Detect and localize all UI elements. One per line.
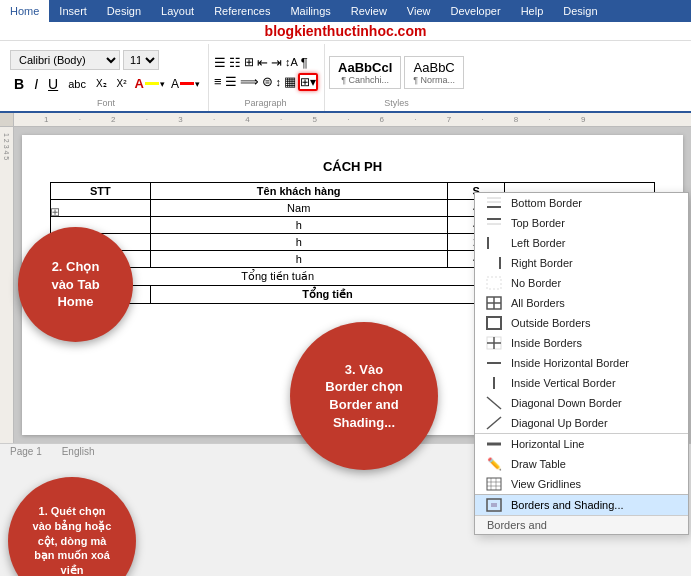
table-cell: h [150,217,447,234]
dropdown-item-outside-borders[interactable]: Outside Borders [475,313,688,333]
doc-outer: 1 2 3 4 5 ⊞ CÁCH PH STT Tên khách hàng S [0,127,691,443]
multilevel-list-button[interactable]: ⊞ [243,54,255,71]
dropdown-item-horizontal-line[interactable]: Horizontal Line [475,433,688,454]
inside-borders-icon [485,336,503,350]
dropdown-label: Inside Horizontal Border [511,357,629,369]
sort-button[interactable]: ↕A [284,54,299,71]
font-group-label: Font [97,98,115,109]
table-cell [51,200,151,217]
shading-button[interactable]: ▦ [283,73,297,90]
tab-home[interactable]: Home [0,0,49,22]
svg-rect-3 [487,218,501,220]
dropdown-item-left-border[interactable]: Left Border [475,233,688,253]
table-cell: Nam [150,200,447,217]
callout-3-text: 3. Vào Border chọn Border and Shading... [317,353,410,439]
dropdown-item-draw-table[interactable]: ✏️ Draw Table [475,454,688,474]
font-highlight-bar [145,82,159,85]
inside-horizontal-icon [485,356,503,370]
strikethrough-button[interactable]: abc [64,75,90,93]
inside-vertical-icon [485,376,503,390]
dropdown-item-view-gridlines[interactable]: View Gridlines [475,474,688,494]
website-banner: blogkienthuctinhoc.com [0,22,691,41]
highlight-color-btn[interactable]: A ▾ [169,75,202,93]
table-cell: h [150,234,447,251]
dropdown-item-no-border[interactable]: No Border [475,273,688,293]
tab-design2[interactable]: Design [553,0,607,22]
table-cell: Tổng tiền [150,286,505,304]
tab-help[interactable]: Help [511,0,554,22]
dropdown-item-top-border[interactable]: Top Border [475,213,688,233]
dropdown-label: All Borders [511,297,565,309]
svg-rect-26 [491,503,497,507]
bold-button[interactable]: B [10,73,28,95]
table-title: CÁCH PH [50,159,655,174]
dropdown-item-inside-horizontal[interactable]: Inside Horizontal Border [475,353,688,373]
horizontal-ruler: 1 · 2 · 3 · 4 · 5 · 6 · 7 · 8 · 9 [0,113,691,127]
font-color-dropdown-arrow[interactable]: ▾ [160,79,165,89]
decrease-indent-button[interactable]: ⇤ [256,54,269,71]
show-hide-button[interactable]: ¶ [300,54,309,71]
vertical-ruler: 1 2 3 4 5 [0,127,14,443]
dropdown-item-inside-vertical[interactable]: Inside Vertical Border [475,373,688,393]
all-borders-icon [485,296,503,310]
top-border-icon [485,216,503,230]
tab-design[interactable]: Design [97,0,151,22]
tab-references[interactable]: References [204,0,280,22]
svg-rect-20 [487,478,501,490]
dropdown-item-inside-borders[interactable]: Inside Borders [475,333,688,353]
dropdown-label: Bottom Border [511,197,582,209]
app-window: Home Insert Design Layout References Mai… [0,0,691,576]
styles-group-label: Styles [384,98,409,109]
dropdown-label: View Gridlines [511,478,581,490]
right-border-icon [485,256,503,270]
tab-insert[interactable]: Insert [49,0,97,22]
italic-button[interactable]: I [30,73,42,95]
dropdown-item-bottom-border[interactable]: Bottom Border [475,193,688,213]
dropdown-label: Draw Table [511,458,566,470]
numbering-button[interactable]: ☷ [228,54,242,71]
align-left-button[interactable]: ≡ [213,73,223,90]
superscript-button[interactable]: X² [113,75,131,92]
border-button[interactable]: ⊞▾ [298,73,318,91]
dropdown-item-borders-shading[interactable]: Borders and Shading... [475,494,688,515]
svg-line-17 [487,397,501,409]
style-normal[interactable]: AaBbC ¶ Norma... [404,56,464,89]
font-color-icon: A [135,76,144,91]
underline-button[interactable]: U [44,73,62,95]
dropdown-item-diagonal-up[interactable]: Diagonal Up Border [475,413,688,433]
font-color-btn[interactable]: A ▾ [133,74,167,93]
bullets-button[interactable]: ☰ [213,54,227,71]
diagonal-up-icon [485,416,503,430]
justify-button[interactable]: ⊜ [261,73,274,90]
left-border-icon [485,236,503,250]
dropdown-label: Inside Vertical Border [511,377,616,389]
dropdown-item-diagonal-down[interactable]: Diagonal Down Border [475,393,688,413]
align-right-button[interactable]: ⟹ [239,73,260,90]
dropdown-label: Inside Borders [511,337,582,349]
paragraph-group-body: ☰ ☷ ⊞ ⇤ ⇥ ↕A ¶ ≡ ☰ ⟹ ⊜ ↕ ▦ [213,46,318,98]
font-size-select[interactable]: 11 [123,50,159,70]
tab-layout[interactable]: Layout [151,0,204,22]
increase-indent-button[interactable]: ⇥ [270,54,283,71]
tab-view[interactable]: View [397,0,441,22]
ribbon-body: Calibri (Body) 11 B I U abc X₂ X² [0,41,691,113]
outside-borders-icon [485,316,503,330]
font-family-select[interactable]: Calibri (Body) [10,50,120,70]
dropdown-item-all-borders[interactable]: All Borders [475,293,688,313]
ribbon-tabs: Home Insert Design Layout References Mai… [0,0,691,22]
tab-developer[interactable]: Developer [441,0,511,22]
line-spacing-button[interactable]: ↕ [275,75,283,89]
subscript-button[interactable]: X₂ [92,75,111,92]
style-canhchi[interactable]: AaBbCcl ¶ Canhchi... [329,56,401,89]
highlight-dropdown-arrow[interactable]: ▾ [195,79,200,89]
dropdown-item-right-border[interactable]: Right Border [475,253,688,273]
move-icon: ⊞ [50,205,60,219]
styles-preview: AaBbCcl ¶ Canhchi... AaBbC ¶ Norma... [329,56,464,89]
callout-2: 2. Chọn vào Tab Home [18,227,133,342]
paragraph-group-label: Paragraph [245,98,287,109]
align-center-button[interactable]: ☰ [224,73,238,90]
tab-review[interactable]: Review [341,0,397,22]
bottom-border-icon [485,196,503,210]
svg-rect-6 [499,257,501,269]
tab-mailings[interactable]: Mailings [280,0,340,22]
